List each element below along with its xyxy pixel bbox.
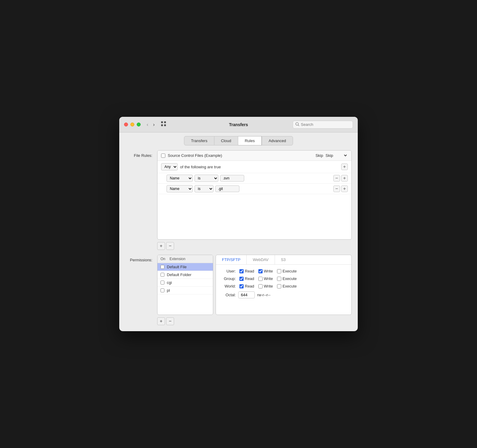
group-label: Group: bbox=[221, 276, 236, 281]
group-execute-label: Execute bbox=[282, 276, 297, 281]
group-execute-item: Execute bbox=[277, 276, 297, 281]
protocol-tabs: FTP/SFTP WebDAV S3 bbox=[216, 255, 351, 265]
group-write-checkbox[interactable] bbox=[258, 277, 263, 281]
tab-rules[interactable]: Rules bbox=[238, 136, 262, 145]
rule-header: Source Control Files (Example) Skip Skip… bbox=[157, 151, 351, 161]
forward-button[interactable]: › bbox=[152, 121, 156, 128]
user-write-item: Write bbox=[258, 269, 273, 273]
condition-2-buttons: − + bbox=[333, 185, 348, 192]
tab-advanced[interactable]: Advanced bbox=[262, 136, 293, 145]
permissions-content: On Extension Default File Default Folder bbox=[157, 255, 352, 325]
perm-name-default-file: Default File bbox=[167, 265, 187, 269]
world-write-checkbox[interactable] bbox=[258, 284, 263, 288]
svg-rect-0 bbox=[161, 121, 163, 123]
rule-action-label: Skip bbox=[316, 153, 323, 158]
condition-row-1: Name Extension is is not contains − + bbox=[157, 173, 351, 184]
grid-button[interactable] bbox=[161, 121, 166, 128]
file-rules-bottom-buttons: + − bbox=[157, 242, 352, 250]
world-read-checkbox[interactable] bbox=[239, 284, 244, 288]
content-area: File Rules: Source Control Files (Exampl… bbox=[119, 145, 358, 331]
svg-rect-2 bbox=[161, 124, 163, 126]
perm-name-default-folder: Default Folder bbox=[167, 272, 192, 277]
permissions-list: On Extension Default File Default Folder bbox=[157, 255, 213, 315]
group-write-item: Write bbox=[258, 276, 273, 281]
perm-name-cgi: cgi bbox=[167, 280, 172, 285]
condition-field-2[interactable]: Name Extension bbox=[167, 185, 193, 192]
world-read-item: Read bbox=[239, 284, 254, 288]
world-execute-item: Execute bbox=[277, 284, 297, 288]
add-rule-button[interactable]: + bbox=[157, 242, 165, 250]
search-box[interactable] bbox=[293, 121, 353, 129]
condition-op-1[interactable]: is is not contains bbox=[195, 175, 218, 182]
world-execute-label: Execute bbox=[282, 284, 297, 288]
perm-item-default-file[interactable]: Default File bbox=[157, 263, 213, 271]
remove-rule-button[interactable]: − bbox=[166, 242, 174, 250]
world-write-label: Write bbox=[264, 284, 273, 288]
rule-action-select[interactable]: Skip Upload Download bbox=[324, 153, 348, 158]
file-rules-label: File Rules: bbox=[125, 150, 152, 158]
svg-line-5 bbox=[298, 125, 299, 126]
search-icon bbox=[295, 122, 299, 127]
user-execute-checkbox[interactable] bbox=[277, 269, 281, 273]
search-input[interactable] bbox=[301, 122, 350, 127]
world-execute-checkbox[interactable] bbox=[277, 284, 281, 288]
tab-s3[interactable]: S3 bbox=[275, 255, 292, 264]
rule-name: Source Control Files (Example) bbox=[168, 153, 316, 158]
traffic-lights bbox=[124, 123, 141, 126]
svg-rect-3 bbox=[164, 124, 166, 126]
world-write-item: Write bbox=[258, 284, 273, 288]
add-permission-button[interactable]: + bbox=[157, 317, 165, 325]
add-condition-2-button[interactable]: + bbox=[341, 185, 348, 192]
permissions-detail: FTP/SFTP WebDAV S3 User: bbox=[216, 255, 352, 315]
perm-checkbox-default-file[interactable] bbox=[161, 265, 164, 269]
group-write-label: Write bbox=[264, 276, 273, 281]
remove-permission-button[interactable]: − bbox=[166, 317, 174, 325]
maximize-button[interactable] bbox=[137, 123, 141, 126]
rule-enabled-checkbox[interactable] bbox=[161, 154, 165, 158]
group-read-item: Read bbox=[239, 276, 254, 281]
remove-condition-1-button[interactable]: − bbox=[333, 175, 340, 182]
condition-op-2[interactable]: is is not bbox=[195, 185, 214, 192]
user-read-checkbox[interactable] bbox=[239, 269, 244, 273]
perm-item-default-folder[interactable]: Default Folder bbox=[157, 271, 213, 279]
permissions-row-container: On Extension Default File Default Folder bbox=[157, 255, 352, 315]
tab-cloud[interactable]: Cloud bbox=[214, 136, 238, 145]
minimize-button[interactable] bbox=[130, 123, 134, 126]
perm-checkbox-default-folder[interactable] bbox=[161, 273, 164, 277]
user-read-item: Read bbox=[239, 269, 254, 273]
back-button[interactable]: ‹ bbox=[145, 121, 149, 128]
perm-checkbox-pl[interactable] bbox=[161, 288, 164, 292]
condition-row-2: Name Extension is is not − + bbox=[157, 184, 351, 194]
user-permissions-row: User: Read Write bbox=[221, 269, 347, 273]
rules-panel: Source Control Files (Example) Skip Skip… bbox=[157, 150, 352, 240]
perm-item-cgi[interactable]: cgi bbox=[157, 279, 213, 287]
col-extension-label: Extension bbox=[170, 257, 210, 261]
octal-input[interactable] bbox=[238, 291, 255, 298]
perm-item-pl[interactable]: pl bbox=[157, 287, 213, 294]
any-select[interactable]: Any All bbox=[161, 163, 178, 170]
user-write-checkbox[interactable] bbox=[258, 269, 263, 273]
perm-checkbox-cgi[interactable] bbox=[161, 281, 164, 285]
tab-transfers[interactable]: Transfers bbox=[184, 136, 214, 145]
remove-condition-2-button[interactable]: − bbox=[333, 185, 340, 192]
close-button[interactable] bbox=[124, 123, 128, 126]
permissions-label: Permissions: bbox=[125, 255, 152, 262]
condition-field-1[interactable]: Name Extension bbox=[167, 175, 193, 182]
tab-webdav[interactable]: WebDAV bbox=[247, 255, 275, 264]
titlebar: ‹ › Transfers bbox=[119, 117, 358, 132]
add-condition-1-button[interactable]: + bbox=[341, 175, 348, 182]
condition-1-buttons: − + bbox=[333, 175, 348, 182]
group-execute-checkbox[interactable] bbox=[277, 277, 281, 281]
permissions-list-header: On Extension bbox=[157, 255, 213, 263]
add-condition-button[interactable]: + bbox=[341, 163, 348, 170]
permissions-bottom-buttons: + − bbox=[157, 317, 352, 325]
user-execute-label: Execute bbox=[282, 269, 297, 273]
condition-value-1[interactable] bbox=[220, 175, 244, 182]
tab-ftp-sftp[interactable]: FTP/SFTP bbox=[216, 255, 247, 264]
permissions-grid: User: Read Write bbox=[216, 265, 351, 303]
group-read-checkbox[interactable] bbox=[239, 277, 244, 281]
app-window: ‹ › Transfers Transfers bbox=[119, 117, 358, 331]
condition-value-2[interactable] bbox=[215, 185, 239, 192]
col-on-label: On bbox=[161, 257, 170, 261]
world-label: World: bbox=[221, 284, 236, 288]
